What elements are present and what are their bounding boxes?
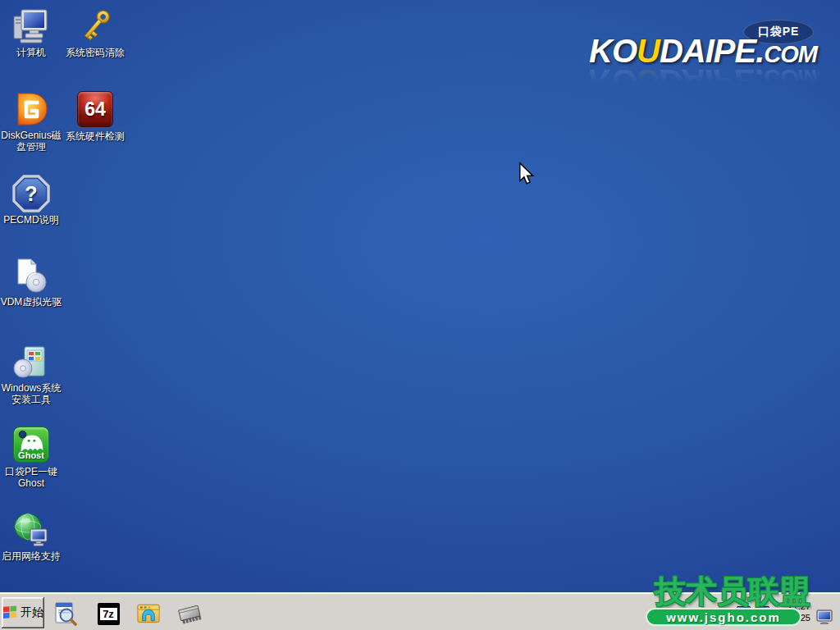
setup-box-cd-icon	[12, 343, 50, 381]
pe-desktop: { "wallpaper": { "logo": { "pre": "KO", …	[0, 0, 840, 630]
7zip-text: 7z	[100, 608, 117, 620]
network-tray-icon[interactable]	[815, 609, 833, 628]
logo-reflection: KOUDAIPE.COM	[589, 62, 817, 99]
desktop-icon-label: PECMD说明	[0, 214, 62, 226]
memory-chip-icon	[174, 601, 205, 626]
desktop-icon-label: 系统密码清除	[64, 47, 126, 58]
desktop-icon-hardware-detect[interactable]: 64 系统硬件检测	[64, 90, 126, 142]
desktop-icon-network-enable[interactable]: 启用网络支持	[0, 511, 62, 562]
desktop-icon-label: Windows系统 安装工具	[0, 382, 62, 405]
quick-launch-search[interactable]	[52, 601, 77, 626]
desktop-icon-win-setup[interactable]: Windows系统 安装工具	[0, 343, 62, 405]
desktop-icon-diskgenius[interactable]: DiskGenius磁 盘管理	[0, 90, 62, 153]
mouse-cursor	[518, 162, 535, 190]
question-mark: ?	[12, 175, 50, 212]
start-label: 开始	[21, 605, 43, 620]
desktop-icon-label: 启用网络支持	[0, 550, 62, 562]
question-octagon-icon: ?	[12, 175, 50, 212]
desktop-icon-label: VDM虚拟光驱	[0, 296, 62, 308]
key-icon	[76, 7, 114, 45]
desktop-icon-computer[interactable]: 计算机	[0, 7, 62, 58]
ghost-icon-text: Ghost	[14, 450, 48, 460]
watermark-title: 技术员联盟	[652, 571, 813, 613]
desktop-icon-vdm[interactable]: VDM虚拟光驱	[0, 257, 62, 308]
aida64-icon: 64	[76, 91, 114, 129]
aida64-text: 64	[84, 98, 106, 121]
diskgenius-icon	[12, 90, 50, 128]
7zip-icon: 7z	[98, 603, 120, 625]
document-cd-icon	[12, 257, 50, 294]
quick-launch-memory[interactable]	[174, 601, 205, 626]
desktop-icon-label: 计算机	[0, 47, 62, 58]
koudaipe-logo: 口袋PE KOUDAIPE.COM KOUDAIPE.COM	[571, 15, 817, 80]
desktop-icon-password-clear[interactable]: 系统密码清除	[64, 7, 126, 58]
computer-icon	[12, 7, 50, 45]
quick-launch-7zip[interactable]: 7z	[96, 601, 121, 626]
desktop-icon-pecmd-help[interactable]: ? PECMD说明	[0, 175, 62, 226]
desktop-icon-label: 口袋PE一键 Ghost	[0, 466, 62, 489]
windows-flag-icon	[2, 605, 18, 620]
folder-icon	[136, 601, 161, 626]
ghost-icon: Ghost	[12, 427, 50, 464]
desktop-icon-ghost[interactable]: Ghost 口袋PE一键 Ghost	[0, 426, 62, 489]
globe-monitor-icon	[12, 511, 50, 549]
watermark-url: www.jsgho.com	[646, 608, 801, 626]
search-document-icon	[52, 601, 77, 626]
desktop-icon-label: 系统硬件检测	[64, 130, 126, 142]
desktop-icon-label: DiskGenius磁 盘管理	[0, 130, 62, 153]
start-button[interactable]: 开始	[2, 597, 44, 628]
quick-launch-file-manager[interactable]	[136, 601, 161, 626]
